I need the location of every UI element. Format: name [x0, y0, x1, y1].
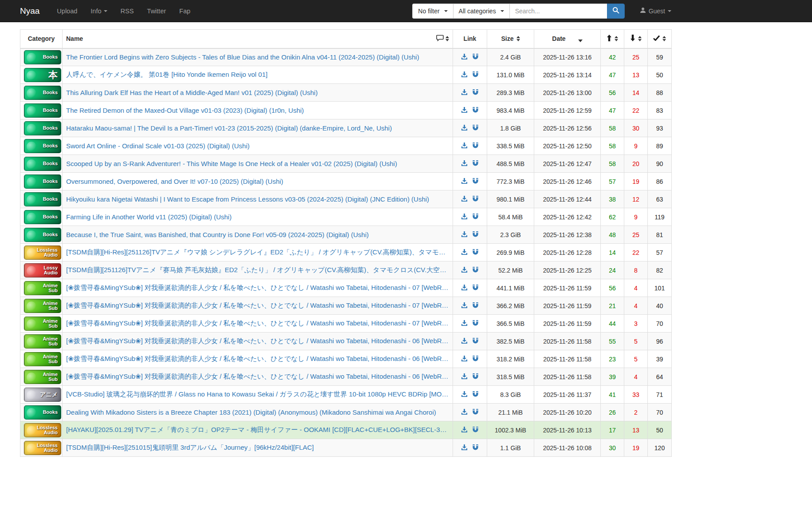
download-icon[interactable]	[461, 142, 468, 150]
category-badge[interactable]: Books	[24, 103, 61, 118]
torrent-name-link[interactable]: Because I, the True Saint, was Banished,…	[66, 231, 449, 238]
torrent-name-link[interactable]: [TSDM自購][251126]TVアニメ『赛马娘 芦毛灰姑娘』ED2「ふたり」…	[66, 266, 449, 274]
sort-completed-control[interactable]	[662, 36, 666, 41]
torrent-name-link[interactable]: Sword Art Online - Ordinal Scale v01-03 …	[66, 142, 449, 150]
download-icon[interactable]	[461, 266, 468, 274]
download-icon[interactable]	[461, 302, 468, 310]
sort-seeders-control[interactable]	[615, 36, 618, 41]
header-leechers[interactable]	[624, 30, 648, 48]
torrent-name-link[interactable]: [❀拨雪寻春&MingYSub❀] 对我垂涎欲滴的非人少女 / 私を喰べたい、ひ…	[66, 301, 449, 310]
magnet-icon[interactable]	[472, 142, 479, 150]
download-icon[interactable]	[461, 426, 468, 434]
magnet-icon[interactable]	[472, 249, 479, 257]
download-icon[interactable]	[461, 231, 468, 239]
category-badge[interactable]: AnimeSub	[24, 299, 61, 313]
category-badge[interactable]: LosslessAudio	[24, 246, 61, 260]
torrent-name-link[interactable]: [TSDM自購][Hi-Res][251126]TVアニメ『ウマ娘 シンデレラグ…	[66, 248, 449, 257]
category-badge[interactable]: Books	[24, 50, 61, 64]
download-icon[interactable]	[461, 284, 468, 292]
category-badge[interactable]: LossyAudio	[24, 263, 61, 277]
magnet-icon[interactable]	[472, 444, 479, 452]
magnet-icon[interactable]	[472, 337, 479, 345]
category-badge[interactable]: AnimeSub	[24, 317, 61, 331]
torrent-name-link[interactable]: Hataraku Maou-sama! | The Devil Is a Par…	[66, 124, 449, 132]
magnet-icon[interactable]	[472, 284, 479, 292]
category-dropdown[interactable]: All categories	[453, 4, 509, 19]
download-icon[interactable]	[461, 213, 468, 221]
download-icon[interactable]	[461, 178, 468, 186]
header-date[interactable]: Date	[534, 30, 601, 48]
sort-size-control[interactable]	[516, 36, 520, 41]
category-badge[interactable]: Books	[24, 174, 61, 189]
torrent-name-link[interactable]: The Retired Demon of the Maxed-Out Villa…	[66, 107, 449, 114]
download-icon[interactable]	[461, 249, 468, 257]
category-badge[interactable]: AnimeSub	[24, 352, 61, 366]
sort-comments-control[interactable]	[445, 36, 449, 41]
download-icon[interactable]	[461, 444, 468, 452]
magnet-icon[interactable]	[472, 408, 479, 416]
search-button[interactable]	[607, 4, 625, 19]
torrent-name-link[interactable]: [❀拨雪寻春&MingYSub❀] 对我垂涎欲滴的非人少女 / 私を喰べたい、ひ…	[66, 355, 449, 363]
torrent-name-link[interactable]: 人呼んで、イケメン令嬢。 第01巻 [Hito Yonde Ikemen Rei…	[66, 71, 449, 79]
header-size[interactable]: Size	[487, 30, 534, 48]
torrent-name-link[interactable]: [HAYAKU][2025.01.29] TVアニメ「青のミブロ」OP2テーマ …	[66, 426, 449, 434]
search-input[interactable]	[509, 4, 607, 19]
torrent-name-link[interactable]: Oversummoned, Overpowered, and Over It! …	[66, 178, 449, 185]
magnet-icon[interactable]	[472, 178, 479, 186]
magnet-icon[interactable]	[472, 231, 479, 239]
magnet-icon[interactable]	[472, 302, 479, 310]
magnet-icon[interactable]	[472, 266, 479, 274]
download-icon[interactable]	[461, 107, 468, 115]
user-menu[interactable]: Guest	[640, 7, 671, 15]
torrent-name-link[interactable]: [❀拨雪寻春&MingYSub❀] 对我垂涎欲滴的非人少女 / 私を喰べたい、ひ…	[66, 319, 449, 328]
download-icon[interactable]	[461, 337, 468, 345]
torrent-name-link[interactable]: Farming Life in Another World v11 (2025)…	[66, 213, 449, 221]
brand-link[interactable]: Nyaa	[20, 6, 50, 16]
magnet-icon[interactable]	[472, 107, 479, 115]
download-icon[interactable]	[461, 160, 468, 168]
torrent-name-link[interactable]: Scooped Up by an S-Rank Adventurer! - Th…	[66, 160, 449, 167]
magnet-icon[interactable]	[472, 71, 479, 79]
download-icon[interactable]	[461, 355, 468, 363]
category-badge[interactable]: 本	[24, 68, 61, 82]
torrent-name-link[interactable]: [❀拨雪寻春&MingYSub❀] 对我垂涎欲滴的非人少女 / 私を喰べたい、ひ…	[66, 372, 449, 381]
magnet-icon[interactable]	[472, 195, 479, 203]
magnet-icon[interactable]	[472, 355, 479, 363]
magnet-icon[interactable]	[472, 213, 479, 221]
nav-link-fap[interactable]: Fap	[173, 8, 197, 15]
torrent-name-link[interactable]: Hikyouiku kara Nigetai Watashi | I Want …	[66, 195, 449, 203]
comment-icon[interactable]	[436, 35, 444, 43]
download-icon[interactable]	[461, 124, 468, 132]
category-badge[interactable]: Books	[24, 86, 61, 100]
torrent-name-link[interactable]: [TSDM自購][Hi-Res][251015]鬼頭明里 3rdアルバム「Jou…	[66, 444, 449, 452]
category-badge[interactable]: AnimeSub	[24, 281, 61, 295]
download-icon[interactable]	[461, 53, 468, 61]
magnet-icon[interactable]	[472, 160, 479, 168]
download-icon[interactable]	[461, 320, 468, 328]
download-icon[interactable]	[461, 71, 468, 79]
category-badge[interactable]: LosslessAudio	[24, 423, 61, 437]
filter-dropdown[interactable]: No filter	[412, 4, 453, 19]
category-badge[interactable]: AnimeSub	[24, 370, 61, 384]
magnet-icon[interactable]	[472, 124, 479, 132]
magnet-icon[interactable]	[472, 320, 479, 328]
download-icon[interactable]	[461, 408, 468, 416]
category-badge[interactable]: Books	[24, 139, 61, 153]
category-badge[interactable]: Books	[24, 405, 61, 420]
header-seeders[interactable]	[601, 30, 624, 48]
magnet-icon[interactable]	[472, 89, 479, 97]
magnet-icon[interactable]	[472, 373, 479, 381]
download-icon[interactable]	[461, 373, 468, 381]
nav-link-info[interactable]: Info	[84, 8, 114, 15]
magnet-icon[interactable]	[472, 391, 479, 399]
header-completed[interactable]	[648, 30, 672, 48]
category-badge[interactable]: Books	[24, 210, 61, 224]
torrent-name-link[interactable]: [❀拨雪寻春&MingYSub❀] 对我垂涎欲滴的非人少女 / 私を喰べたい、ひ…	[66, 284, 449, 292]
nav-link-rss[interactable]: RSS	[114, 8, 141, 15]
magnet-icon[interactable]	[472, 426, 479, 434]
torrent-name-link[interactable]: Dealing With Mikadono Sisters is a Breez…	[66, 408, 449, 416]
nav-link-twitter[interactable]: Twitter	[140, 8, 173, 15]
magnet-icon[interactable]	[472, 53, 479, 61]
category-badge[interactable]: Books	[24, 157, 61, 171]
torrent-name-link[interactable]: The Frontier Lord Begins with Zero Subje…	[66, 53, 449, 61]
